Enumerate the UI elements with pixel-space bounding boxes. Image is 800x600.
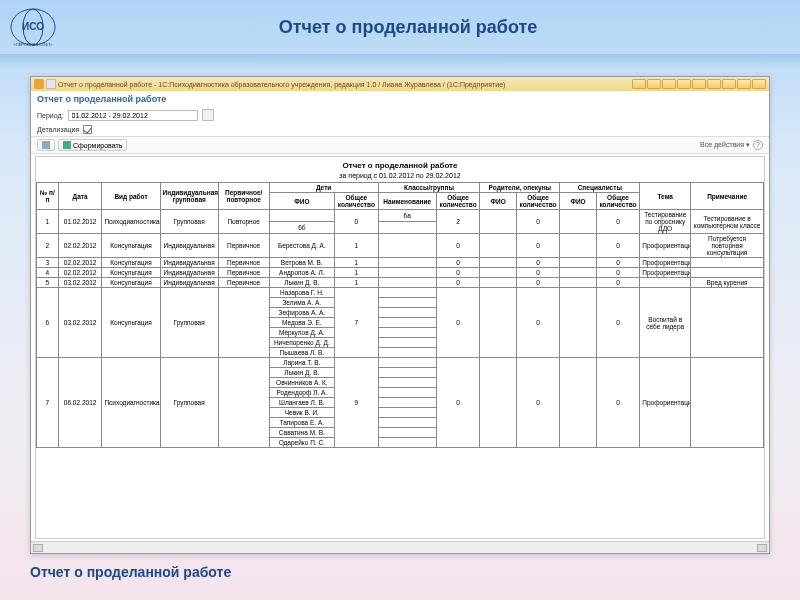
gear-icon [42,141,50,149]
save-icon[interactable] [662,79,676,89]
detail-row: Детализация [31,123,769,136]
calc-icon[interactable] [677,79,691,89]
window-title: Отчет о проделанной работе - 1С:Психодиа… [58,81,630,88]
table-row[interactable]: 603.02.2012КонсультацияГрупповаяНазарова… [37,288,764,298]
table-row[interactable]: 402.02.2012КонсультацияИндивидуальнаяПер… [37,268,764,278]
report-period-text: за период с 01.02.2012 по 29.02.2012 [36,172,764,179]
table-row[interactable]: 202.02.2012КонсультацияИндивидуальнаяПер… [37,234,764,258]
table-header: № п/п Дата Вид работ Индивидуальная/груп… [37,183,764,210]
table-row[interactable]: 503.02.2012КонсультацияИндивидуальнаяПер… [37,278,764,288]
svg-text:«ПЕРСОНАЛ СОФТ»: «ПЕРСОНАЛ СОФТ» [14,42,54,47]
nav-back-icon[interactable] [46,79,56,89]
minimize-icon[interactable] [722,79,736,89]
table-row[interactable]: 302.02.2012КонсультацияИндивидуальнаяПер… [37,258,764,268]
period-row: Период: [31,107,769,123]
window-controls [632,79,766,89]
period-picker-button[interactable] [202,109,214,121]
scroll-right-icon[interactable] [757,544,767,552]
maximize-icon[interactable] [737,79,751,89]
period-input[interactable] [68,110,198,121]
period-label: Период: [37,112,64,119]
scroll-left-icon[interactable] [33,544,43,552]
horizontal-scrollbar[interactable] [31,541,769,553]
table-body: 101.02.2012ПсиходиагностикаГрупповаяПовт… [37,210,764,448]
form-button[interactable]: Сформировать [58,139,127,151]
report-grid[interactable]: Отчет о проделанной работе за период с 0… [35,156,765,539]
table-row[interactable]: 101.02.2012ПсиходиагностикаГрупповаяПовт… [37,210,764,222]
report-toolbar: Сформировать Все действия ▾ ? [31,136,769,154]
close-icon[interactable] [752,79,766,89]
print-icon[interactable] [647,79,661,89]
detail-label: Детализация [37,126,79,133]
detail-checkbox[interactable] [83,125,92,134]
report-table: № п/п Дата Вид работ Индивидуальная/груп… [36,182,764,448]
all-actions-menu[interactable]: Все действия ▾ [700,141,750,149]
table-row[interactable]: 706.02.2012ПсиходиагностикаГрупповаяЛари… [37,358,764,368]
report-tab-title: Отчет о проделанной работе [31,91,769,107]
m-icon[interactable] [692,79,706,89]
favorites-icon[interactable] [632,79,646,89]
app-window: Отчет о проделанной работе - 1С:Психодиа… [30,76,770,554]
form-button-label: Сформировать [73,142,122,149]
report-inner-title: Отчет о проделанной работе [36,161,764,170]
play-icon [63,141,71,149]
logo-icon: ИСО «ПЕРСОНАЛ СОФТ» [8,5,58,49]
app-icon [34,79,44,89]
header-strip [0,54,800,68]
window-titlebar: Отчет о проделанной работе - 1С:Психодиа… [31,77,769,91]
help-icon[interactable]: ? [753,140,763,150]
slide-caption: Отчет о проделанной работе [0,558,800,586]
slide-header: ИСО «ПЕРСОНАЛ СОФТ» Отчет о проделанной … [0,0,800,54]
svg-text:ИСО: ИСО [22,21,44,32]
slide-title: Отчет о проделанной работе [66,17,750,38]
settings-button[interactable] [37,139,55,151]
m-plus-icon[interactable] [707,79,721,89]
